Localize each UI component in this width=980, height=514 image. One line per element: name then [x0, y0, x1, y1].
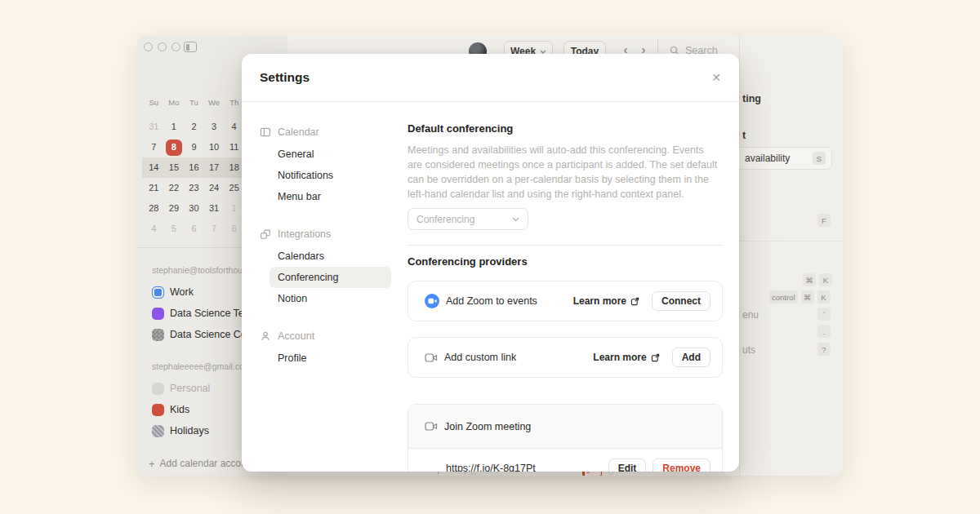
nav-section-label: Account	[278, 330, 314, 342]
modal-body: CalendarGeneralNotificationsMenu barInte…	[242, 102, 739, 472]
nav-item-notion[interactable]: Notion	[270, 288, 391, 309]
provider-card-zoom: Add Zoom to events Learn more Connect	[408, 281, 723, 321]
nav-section-label: Calendar	[278, 126, 319, 138]
edit-button[interactable]: Edit	[608, 459, 647, 472]
mini-cal-day[interactable]: 10	[204, 137, 225, 157]
conferencing-select[interactable]: Conferencing	[408, 208, 528, 230]
mini-cal-day[interactable]: 15	[164, 157, 185, 178]
keycap-cmd: ⌘	[801, 290, 814, 304]
mini-cal-day[interactable]: 4	[144, 219, 164, 239]
calendar-icon	[260, 126, 271, 138]
shortcut-control-cmd-k: control ⌘ K	[769, 290, 831, 304]
page: SuMoTuWeTh 31123478910111415161718212223…	[0, 0, 980, 514]
external-link-icon	[630, 297, 639, 306]
mini-cal-day[interactable]: 7	[144, 137, 164, 157]
mini-cal-day[interactable]: 2	[184, 117, 204, 137]
calendar-color-icon	[152, 404, 164, 416]
section-heading: Default conferencing	[408, 122, 723, 135]
window-controls	[144, 42, 180, 51]
mini-cal-day[interactable]: 16	[184, 157, 204, 178]
keycap-s: S	[813, 152, 826, 165]
window-zoom-icon[interactable]	[172, 42, 180, 51]
mini-cal-day[interactable]: 22	[164, 178, 185, 198]
menu-label-fragment: enu	[742, 309, 759, 321]
nav-section-label: Integrations	[278, 228, 331, 240]
add-button[interactable]: Add	[672, 348, 710, 367]
camera-icon	[425, 352, 438, 363]
mini-cal-day[interactable]: 31	[204, 198, 225, 219]
calendar-name: Holidays	[170, 425, 209, 436]
connect-button[interactable]: Connect	[652, 291, 710, 311]
nav-item-calendars[interactable]: Calendars	[270, 246, 391, 267]
section-description: Meetings and availabilities will auto-ad…	[408, 143, 718, 202]
mini-cal-day[interactable]: 5	[164, 219, 185, 239]
mini-cal-day[interactable]: 23	[184, 178, 204, 198]
mini-cal-day[interactable]: 17	[204, 157, 225, 178]
keycap-k: K	[817, 290, 831, 304]
topbar-divider	[657, 39, 658, 55]
add-calendar-account-button[interactable]: + Add calendar account	[137, 453, 255, 474]
calendar-color-icon	[152, 329, 164, 341]
mini-cal-day[interactable]: 25	[224, 178, 244, 198]
mini-cal-day[interactable]: 24	[204, 178, 225, 198]
shortcuts-label-fragment: uts	[742, 344, 755, 356]
mini-cal-day[interactable]: 1	[224, 198, 244, 219]
camera-icon	[425, 421, 438, 432]
nav-item-menu-bar[interactable]: Menu bar	[270, 186, 391, 207]
nav-section-calendar: CalendarGeneralNotificationsMenu bar	[260, 122, 408, 207]
keycap-f: F	[817, 214, 831, 227]
mini-cal-day[interactable]: 1	[164, 117, 185, 137]
nav-item-general[interactable]: General	[270, 144, 391, 165]
keycap-k: K	[819, 273, 832, 286]
mini-cal-day[interactable]: 11	[224, 137, 244, 157]
remove-button[interactable]: Remove	[653, 459, 710, 472]
mini-cal-day[interactable]: 7	[204, 219, 225, 239]
mini-cal-day-header: We	[204, 96, 225, 109]
custom-link-title: Join Zoom meeting	[444, 421, 710, 432]
nav-section-header-calendar: Calendar	[260, 122, 408, 142]
mini-cal-day[interactable]: 8	[224, 219, 244, 239]
plus-icon: +	[149, 458, 155, 470]
nav-section-header-account: Account	[260, 326, 408, 346]
nav-section-account: AccountProfile	[260, 326, 408, 369]
mini-cal-day[interactable]: 28	[144, 198, 164, 219]
window-minimize-icon[interactable]	[158, 42, 167, 51]
close-icon[interactable]: ✕	[711, 72, 721, 83]
panel-heading-fragment: ting	[742, 93, 761, 104]
modal-header: Settings ✕	[242, 54, 739, 102]
mini-cal-day[interactable]: 14	[144, 157, 164, 178]
share-availability-button[interactable]: availability S	[728, 147, 832, 170]
custom-link-url: https://f.io/K-8g17Pt	[446, 463, 608, 472]
mini-cal-day[interactable]: 18	[224, 157, 244, 178]
learn-more-link[interactable]: Learn more	[573, 295, 639, 307]
window-close-icon[interactable]	[144, 42, 153, 51]
mini-cal-day[interactable]: 30	[184, 198, 204, 219]
custom-link-card: Join Zoom meeting https://f.io/K-8g17Pt …	[408, 404, 723, 472]
availability-label: availability	[745, 153, 813, 164]
mini-cal-day[interactable]: 9	[184, 137, 204, 157]
mini-cal-day[interactable]: 29	[164, 198, 185, 219]
providers-heading: Conferencing providers	[408, 255, 723, 268]
keycap-backtick: `	[817, 308, 831, 321]
calendar-color-icon	[152, 308, 164, 320]
mini-cal-today[interactable]: 8	[164, 137, 185, 157]
mini-cal-day[interactable]: 4	[224, 117, 244, 137]
mini-cal-day[interactable]: 31	[144, 117, 164, 137]
provider-card-custom-link: Add custom link Learn more Add	[408, 337, 723, 378]
mini-cal-day-header: Su	[144, 96, 164, 109]
calendar-color-icon	[152, 383, 164, 395]
nav-item-conferencing[interactable]: Conferencing	[270, 267, 391, 288]
nav-item-profile[interactable]: Profile	[270, 348, 391, 369]
mini-cal-day[interactable]: 3	[204, 117, 225, 137]
settings-modal: Settings ✕ CalendarGeneralNotificationsM…	[242, 54, 739, 472]
mini-cal-day[interactable]: 6	[184, 219, 204, 239]
calendar-name: Personal	[170, 383, 210, 394]
nav-item-notifications[interactable]: Notifications	[270, 165, 391, 186]
add-account-label: Add calendar account	[160, 458, 255, 469]
calendar-name: Kids	[170, 404, 189, 415]
calendar-color-icon	[152, 425, 164, 437]
learn-more-link[interactable]: Learn more	[593, 352, 659, 363]
sidebar-toggle-icon[interactable]	[184, 42, 197, 52]
mini-cal-day[interactable]: 21	[144, 178, 164, 198]
chevron-down-icon	[512, 217, 519, 222]
